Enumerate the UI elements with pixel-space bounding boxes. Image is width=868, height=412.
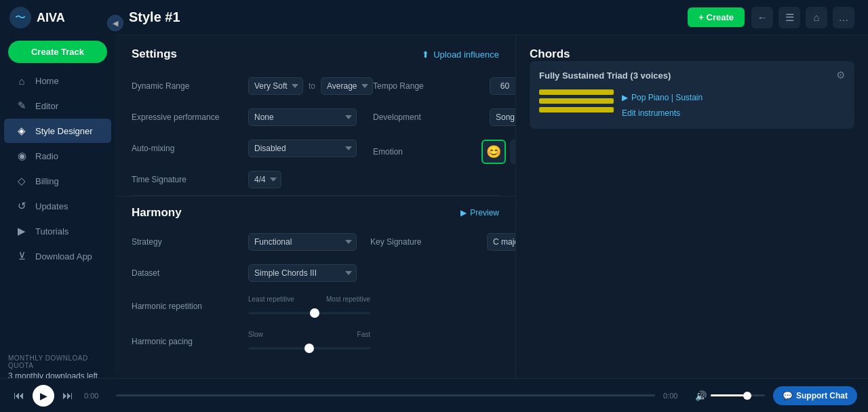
sidebar-item-editor[interactable]: ✎ Editor	[4, 94, 111, 118]
settings-left-col: Dynamic Range Very Soft Soft Medium Loud…	[132, 70, 373, 195]
settings-title: Settings	[132, 47, 177, 61]
sidebar-item-updates[interactable]: ↺ Updates	[4, 194, 111, 218]
emotion-btn-0[interactable]: 😊	[481, 140, 506, 164]
create-button[interactable]: + Create	[688, 7, 745, 27]
chords-panel: Chords Fully Sustained Triad (3 voices) …	[515, 35, 868, 412]
next-button[interactable]: ⏭	[60, 387, 76, 405]
sidebar-item-download-app[interactable]: ⊻ Download App	[4, 244, 111, 268]
edit-instruments-button[interactable]: Edit instruments	[622, 108, 703, 118]
harmonic-repetition-row: Harmonic repetition Least repetitive Mos…	[132, 289, 370, 324]
key-signature-row: Key Signature C major D major G major	[370, 226, 515, 258]
harmony-header: Harmony ▶ Preview	[132, 197, 499, 226]
harmony-preview-button[interactable]: ▶ Preview	[460, 208, 499, 218]
harmony-left-col: Strategy Functional Modal Atonal	[132, 226, 370, 359]
chord-bar-1	[539, 89, 614, 95]
volume-area: 🔊	[695, 390, 765, 401]
strategy-select[interactable]: Functional Modal Atonal	[248, 233, 357, 251]
expressive-performance-row: Expressive performance None Subtle Moder…	[132, 102, 373, 133]
chord-info: ▶ Pop Piano | Sustain Edit instruments	[622, 89, 703, 121]
time-signature-select[interactable]: 2/4 3/4 4/4 6/8	[248, 171, 281, 188]
logo-area: 〜 AIVA ◀	[0, 0, 115, 35]
chord-bar-row-1	[539, 89, 614, 95]
preview-play-icon: ▶	[460, 208, 467, 218]
download-icon: ⊻	[15, 250, 28, 262]
prev-button[interactable]: ⏮	[11, 387, 27, 405]
volume-slider[interactable]	[711, 394, 765, 396]
logo-icon: 〜	[9, 7, 31, 28]
harmonic-pacing-slider[interactable]	[248, 347, 370, 350]
chord-gear-icon[interactable]: ⚙	[836, 69, 845, 81]
settings-panel: Settings ⬆ Upload influence Dynamic Rang…	[115, 35, 515, 412]
dataset-select[interactable]: Simple Chords I Simple Chords II Simple …	[248, 264, 357, 282]
sidebar-item-label-tutorials: Tutorials	[35, 226, 68, 236]
chord-bar-row-2	[539, 98, 614, 104]
sidebar-item-tutorials[interactable]: ▶ Tutorials	[4, 219, 111, 243]
progress-bar[interactable]	[116, 394, 655, 396]
dynamic-range-from-select[interactable]: Very Soft Soft Medium Loud	[248, 77, 303, 95]
key-signature-select[interactable]: C major D major G major	[487, 233, 515, 251]
sidebar-item-label-home: Home	[35, 76, 59, 86]
more-button[interactable]: …	[833, 7, 854, 28]
tempo-range-label: Tempo Range	[373, 81, 481, 91]
page-title: Style #1	[129, 9, 681, 25]
home-button[interactable]: ⌂	[806, 7, 827, 28]
chord-card-header: Fully Sustained Triad (3 voices) ⚙	[539, 69, 845, 81]
upload-influence-button[interactable]: ⬆ Upload influence	[422, 49, 499, 60]
harmonic-pacing-control: Slow Fast	[248, 331, 370, 352]
harmonic-repetition-slider[interactable]	[248, 312, 370, 314]
sidebar-item-label-radio: Radio	[35, 151, 58, 161]
sidebar-item-radio[interactable]: ◉ Radio	[4, 144, 111, 168]
auto-mixing-control: Disabled Enabled	[248, 140, 357, 157]
sidebar-item-style-designer[interactable]: ◈ Style Designer	[4, 119, 111, 143]
dynamic-range-to-select[interactable]: Average Soft Loud	[321, 77, 373, 95]
emotion-row: Emotion 😊 😡 😢 😭 😄	[373, 133, 515, 171]
play-instrument-button[interactable]: ▶ Pop Piano | Sustain	[622, 93, 703, 102]
back-button[interactable]: ←	[751, 7, 773, 28]
sidebar-item-billing[interactable]: ◇ Billing	[4, 169, 111, 193]
topbar: Style #1 + Create ← ☰ ⌂ …	[115, 0, 868, 35]
tempo-from-input[interactable]	[490, 77, 515, 95]
tempo-range-row: Tempo Range to	[373, 70, 515, 102]
strategy-row: Strategy Functional Modal Atonal	[132, 226, 370, 258]
home-icon: ⌂	[15, 75, 28, 87]
emotion-label: Emotion	[373, 147, 481, 157]
list-button[interactable]: ☰	[778, 7, 800, 28]
dataset-row: Dataset Simple Chords I Simple Chords II…	[132, 258, 370, 289]
harmony-title: Harmony	[132, 206, 182, 220]
topbar-icons: ← ☰ ⌂ …	[751, 7, 854, 28]
auto-mixing-label: Auto-mixing	[132, 144, 240, 153]
settings-header: Settings ⬆ Upload influence	[115, 35, 515, 70]
harmony-panel: Harmony ▶ Preview Strategy	[115, 196, 515, 359]
expressive-performance-select[interactable]: None Subtle Moderate	[248, 108, 357, 126]
chord-content: ▶ Pop Piano | Sustain Edit instruments	[539, 89, 845, 121]
sidebar-collapse-button[interactable]: ◀	[107, 15, 123, 31]
edit-instruments-label: Edit instruments	[622, 108, 680, 118]
expressive-performance-label: Expressive performance	[132, 112, 240, 122]
support-chat-button[interactable]: 💬 Support Chat	[773, 386, 857, 405]
dynamic-range-control: Very Soft Soft Medium Loud to Average So…	[248, 77, 373, 95]
logo-text: AIVA	[37, 11, 65, 25]
chord-bar-3	[539, 107, 614, 112]
billing-icon: ◇	[15, 175, 28, 187]
player-controls: ⏮ ▶ ⏭	[11, 385, 76, 407]
settings-right-col: Tempo Range to Development Song I	[373, 70, 515, 195]
main-area: Style #1 + Create ← ☰ ⌂ … Settings ⬆ Upl…	[115, 0, 868, 412]
style-designer-icon: ◈	[15, 125, 28, 137]
play-button[interactable]: ▶	[33, 385, 54, 407]
emotion-btn-1[interactable]: 😡	[510, 140, 515, 164]
create-track-button[interactable]: Create Track	[8, 41, 107, 63]
harmonic-pacing-row: Harmonic pacing Slow Fast	[132, 324, 370, 359]
upload-icon: ⬆	[422, 49, 429, 60]
sidebar-item-label-download: Download App	[35, 251, 92, 262]
key-signature-control: C major D major G major	[487, 233, 515, 251]
auto-mixing-select[interactable]: Disabled Enabled	[248, 140, 357, 157]
settings-grid: Dynamic Range Very Soft Soft Medium Loud…	[115, 70, 515, 195]
updates-icon: ↺	[15, 200, 28, 212]
current-time: 0:00	[84, 392, 108, 400]
emotion-buttons: 😊 😡 😢 😭 😄	[481, 140, 515, 164]
sidebar-item-home[interactable]: ⌂ Home	[4, 69, 111, 93]
strategy-control: Functional Modal Atonal	[248, 233, 357, 251]
development-select[interactable]: Song I Song II Through-composed	[490, 108, 515, 126]
chord-bar-row-3	[539, 107, 614, 112]
sidebar-nav: ⌂ Home ✎ Editor ◈ Style Designer ◉ Radio…	[0, 68, 115, 269]
